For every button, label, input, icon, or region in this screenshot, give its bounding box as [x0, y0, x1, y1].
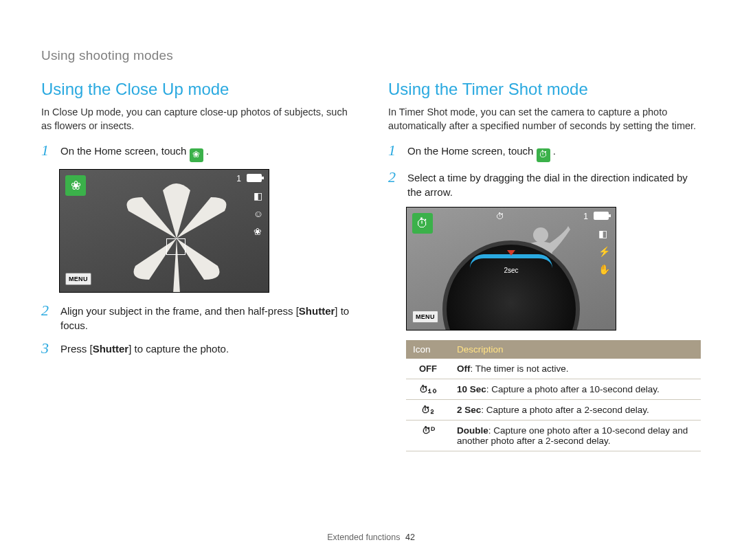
step-text: Press [Shutter] to capture the photo. — [60, 340, 354, 357]
column-closeup: Using the Close Up mode In Close Up mode… — [41, 80, 354, 451]
step-number: 1 — [41, 142, 54, 161]
timer-mode-badge-icon: ⏱ — [412, 213, 433, 234]
preview-side-icons: ◧ ☺ ❀ — [254, 190, 263, 237]
row-desc: : Capture one photo after a 10-second de… — [457, 425, 688, 446]
timer-mode-icon: ⏱ — [537, 148, 550, 162]
stabilizer-icon: ✋ — [598, 264, 610, 275]
footer-section: Extended functions — [327, 533, 400, 542]
timer-off-icon: OFF — [406, 359, 450, 379]
dial-arc — [470, 254, 552, 268]
s2b: Shutter — [299, 305, 335, 317]
flower-graphic — [108, 177, 245, 293]
battery-icon — [594, 212, 609, 220]
table-row: ⏱₂ 2 Sec: Capture a photo after a 2-seco… — [406, 400, 701, 421]
closeup-preview: ❀ 1 ◧ ☺ ❀ — [59, 169, 269, 293]
menu-button: MENU — [412, 311, 438, 323]
timer-dial: 2sec — [442, 240, 580, 331]
row-label: 2 Sec — [457, 405, 481, 415]
s2a: Align your subject in the frame, and the… — [60, 305, 299, 317]
table-row: ⏱₁₀ 10 Sec: Capture a photo after a 10-s… — [406, 379, 701, 400]
menu-button: MENU — [65, 273, 91, 285]
t-step1-post: . — [553, 145, 556, 157]
row-label: Off — [457, 363, 471, 374]
table-row: OFF Off: The timer is not active. — [406, 359, 701, 379]
footer-page-number: 42 — [405, 533, 415, 542]
step-number: 2 — [41, 302, 54, 334]
timer-2sec-icon: ⏱₂ — [406, 400, 450, 421]
cell-desc: Double: Capture one photo after a 10-sec… — [450, 421, 701, 451]
row-desc: : Capture a photo after a 10-second dela… — [486, 384, 660, 394]
cell-desc: 2 Sec: Capture a photo after a 2-second … — [450, 400, 701, 421]
heading-closeup: Using the Close Up mode — [41, 80, 354, 99]
timer-10sec-icon: ⏱₁₀ — [406, 379, 450, 400]
step-number: 2 — [388, 169, 401, 201]
closeup-step-1: 1 On the Home screen, touch ❀ . — [41, 142, 354, 161]
timer-options-table: Icon Description OFF Off: The timer is n… — [406, 340, 701, 451]
timer-top-icon: ⏱ — [496, 212, 504, 221]
s3c: ] to capture the photo. — [128, 343, 229, 355]
closeup-mode-icon: ❀ — [190, 148, 203, 162]
timer-step-1: 1 On the Home screen, touch ⏱ . — [388, 142, 701, 161]
content-columns: Using the Close Up mode In Close Up mode… — [41, 80, 701, 451]
page-footer: Extended functions 42 — [0, 533, 742, 542]
face-icon: ☺ — [254, 208, 263, 219]
s3a: Press [ — [60, 343, 93, 355]
step-text: On the Home screen, touch ❀ . — [60, 142, 354, 161]
timer-preview: ⏱ ⏱ 1 ◧ ⚡ ✋ — [406, 207, 616, 331]
exposure-icon: ◧ — [598, 228, 610, 239]
column-timershot: Using the Timer Shot mode In Timer Shot … — [388, 80, 701, 451]
exposure-icon: ◧ — [254, 190, 263, 201]
s3b: Shutter — [93, 343, 129, 355]
step-text: Align your subject in the frame, and the… — [60, 302, 354, 334]
closeup-step-3: 3 Press [Shutter] to capture the photo. — [41, 340, 354, 357]
th-description: Description — [450, 340, 701, 359]
row-desc: : Capture a photo after a 2-second delay… — [481, 405, 649, 415]
row-label: Double — [457, 425, 488, 436]
photo-counter: 1 — [583, 212, 588, 221]
step-text: Select a time by dragging the dial in th… — [407, 169, 701, 201]
step-text: On the Home screen, touch ⏱ . — [407, 142, 701, 161]
timer-double-icon: ⏱ᴰ — [406, 421, 450, 451]
focus-indicator — [166, 238, 186, 255]
breadcrumb: Using shooting modes — [41, 48, 701, 63]
closeup-mode-badge-icon: ❀ — [65, 175, 86, 196]
flash-icon: ⚡ — [598, 246, 610, 257]
step1-post: . — [206, 145, 209, 157]
step-number: 3 — [41, 340, 54, 357]
cell-desc: 10 Sec: Capture a photo after a 10-secon… — [450, 379, 701, 400]
timer-step-2: 2 Select a time by dragging the dial in … — [388, 169, 701, 201]
closeup-step-2: 2 Align your subject in the frame, and t… — [41, 302, 354, 334]
dial-label: 2sec — [504, 267, 518, 274]
t-step1-pre: On the Home screen, touch — [407, 145, 537, 157]
table-row: ⏱ᴰ Double: Capture one photo after a 10-… — [406, 421, 701, 451]
heading-timer: Using the Timer Shot mode — [388, 80, 701, 99]
cell-desc: Off: The timer is not active. — [450, 359, 701, 379]
dial-marker-icon — [507, 250, 515, 256]
intro-closeup: In Close Up mode, you can capture close-… — [41, 106, 354, 133]
battery-icon — [247, 174, 262, 182]
intro-timer: In Timer Shot mode, you can set the came… — [388, 106, 701, 133]
row-desc: : The timer is not active. — [471, 363, 569, 374]
step1-pre: On the Home screen, touch — [60, 145, 190, 157]
row-label: 10 Sec — [457, 384, 486, 394]
macro-icon: ❀ — [254, 226, 263, 237]
th-icon: Icon — [406, 340, 450, 359]
preview-side-icons: ◧ ⚡ ✋ — [598, 228, 610, 275]
step-number: 1 — [388, 142, 401, 161]
manual-page: Using shooting modes Using the Close Up … — [0, 0, 742, 560]
